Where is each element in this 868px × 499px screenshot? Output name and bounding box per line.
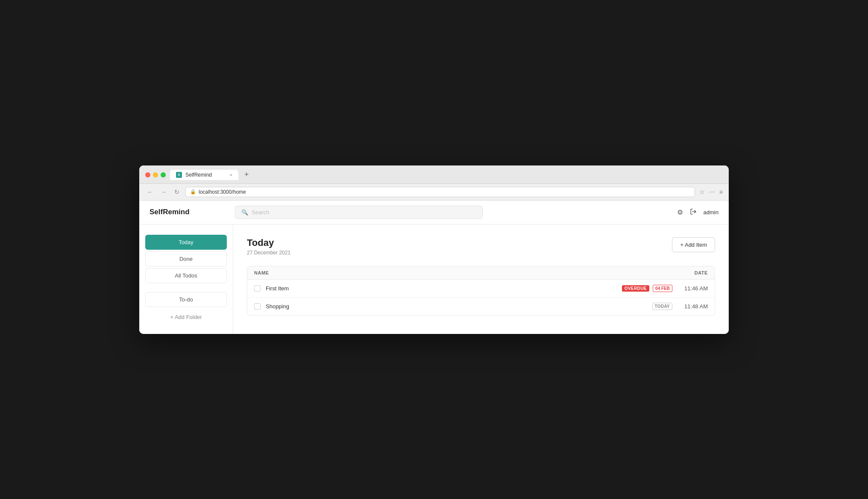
forward-button[interactable]: → bbox=[159, 188, 168, 196]
col-name-header: NAME bbox=[254, 270, 269, 275]
add-folder-button[interactable]: + Add Folder bbox=[145, 310, 227, 324]
settings-button[interactable]: ⚙ bbox=[677, 208, 683, 216]
todo-name-2: Shopping bbox=[266, 303, 652, 310]
search-placeholder: Search bbox=[252, 209, 269, 216]
app-container: SelfRemind 🔍 Search ⚙ admin bbox=[139, 201, 729, 334]
todo-time-1: 11:46 AM bbox=[676, 285, 708, 292]
new-tab-button[interactable]: + bbox=[244, 170, 249, 179]
back-button[interactable]: ← bbox=[145, 188, 155, 196]
add-folder-label: + Add Folder bbox=[170, 314, 202, 320]
table-row: Shopping TODAY 11:48 AM bbox=[247, 298, 715, 315]
page-title: Today bbox=[247, 237, 290, 248]
app-header: SelfRemind 🔍 Search ⚙ admin bbox=[139, 201, 729, 224]
minimize-dot[interactable] bbox=[153, 172, 158, 177]
page-subtitle: 27 December 2021 bbox=[247, 250, 290, 256]
sidebar: Today Done All Todos To-do + Add Folder bbox=[139, 224, 233, 334]
tab-close-button[interactable]: × bbox=[230, 172, 232, 177]
table-row: First Item OVERDUE 04 FEB 11:46 AM bbox=[247, 280, 715, 298]
menu-icon[interactable]: ≡ bbox=[719, 189, 723, 195]
today-badge: TODAY bbox=[652, 303, 672, 310]
sidebar-item-all-todos[interactable]: All Todos bbox=[145, 268, 227, 283]
todo-time-2: 11:48 AM bbox=[676, 303, 708, 310]
username-label: admin bbox=[704, 209, 718, 216]
main-header: Today 27 December 2021 + Add Item bbox=[247, 237, 715, 256]
address-bar[interactable]: 🔒 localhost:3000/home bbox=[185, 187, 695, 197]
sidebar-item-today[interactable]: Today bbox=[145, 235, 227, 250]
tab-title: SelfRemind bbox=[185, 172, 212, 178]
sidebar-folder-todo[interactable]: To-do bbox=[145, 292, 227, 307]
main-panel: Today 27 December 2021 + Add Item NAME D… bbox=[233, 224, 729, 334]
overdue-badge: OVERDUE bbox=[622, 285, 649, 292]
todo-meta-1: OVERDUE 04 FEB 11:46 AM bbox=[622, 285, 708, 292]
close-dot[interactable] bbox=[145, 172, 150, 177]
table-header: NAME DATE bbox=[247, 266, 715, 280]
browser-titlebar: S SelfRemind × + bbox=[139, 165, 729, 184]
col-date-header: DATE bbox=[695, 270, 708, 275]
browser-tab[interactable]: S SelfRemind × bbox=[170, 170, 238, 180]
main-title-block: Today 27 December 2021 bbox=[247, 237, 290, 256]
todo-checkbox-2[interactable] bbox=[254, 303, 261, 310]
sidebar-divider bbox=[145, 287, 227, 288]
browser-window: S SelfRemind × + ← → ↻ 🔒 localhost:3000/… bbox=[139, 165, 729, 334]
header-actions: ⚙ admin bbox=[677, 208, 718, 216]
address-text: localhost:3000/home bbox=[199, 189, 246, 195]
extensions-icon[interactable]: ⋯ bbox=[709, 189, 715, 195]
sidebar-item-done[interactable]: Done bbox=[145, 251, 227, 266]
bookmark-icon[interactable]: ☆ bbox=[699, 189, 705, 195]
add-item-label: + Add Item bbox=[680, 242, 707, 248]
date-badge-1: 04 FEB bbox=[653, 285, 672, 292]
browser-toolbar: ← → ↻ 🔒 localhost:3000/home ☆ ⋯ ≡ bbox=[139, 184, 729, 201]
lock-icon: 🔒 bbox=[190, 189, 196, 195]
todo-table: NAME DATE First Item OVERDUE 04 FEB 11:4… bbox=[247, 266, 715, 316]
refresh-button[interactable]: ↻ bbox=[173, 188, 181, 196]
todo-checkbox-1[interactable] bbox=[254, 285, 261, 292]
logout-button[interactable] bbox=[690, 208, 697, 216]
tab-favicon: S bbox=[176, 172, 182, 178]
app-logo: SelfRemind bbox=[150, 208, 226, 216]
todo-name-1: First Item bbox=[266, 285, 622, 292]
todo-meta-2: TODAY 11:48 AM bbox=[652, 303, 708, 310]
app-body: Today Done All Todos To-do + Add Folder … bbox=[139, 224, 729, 334]
add-item-button[interactable]: + Add Item bbox=[672, 237, 715, 252]
browser-dots bbox=[145, 172, 166, 177]
search-bar[interactable]: 🔍 Search bbox=[235, 206, 483, 219]
maximize-dot[interactable] bbox=[161, 172, 166, 177]
search-icon: 🔍 bbox=[241, 209, 248, 216]
